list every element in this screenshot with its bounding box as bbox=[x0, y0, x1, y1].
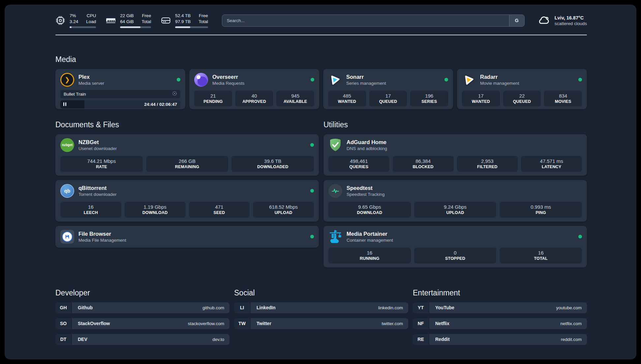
dashboard-page: 7% 3.24 CPU Load bbox=[5, 5, 636, 359]
status-dot bbox=[310, 143, 314, 147]
qbittorrent-icon: qb bbox=[60, 184, 74, 198]
plex-icon: ❯ bbox=[60, 73, 74, 87]
portainer-icon bbox=[328, 230, 342, 244]
ram-free-value: 22 GiB bbox=[120, 13, 134, 19]
stat-leech: 16LEECH bbox=[60, 202, 121, 218]
app-card-nzbget[interactable]: nzbget NZBGet Usenet downloader 744.21 M… bbox=[55, 134, 319, 176]
stat-upload: 618.52 MbpsUPLOAD bbox=[253, 202, 314, 218]
app-card-overseerr[interactable]: Overseerr Media Requests 21PENDING 40APP… bbox=[189, 69, 319, 109]
ram-progress-fill bbox=[120, 26, 140, 28]
app-card-speedtest[interactable]: Speedtest Speedtest Tracking 9.65 GbpsDO… bbox=[323, 180, 587, 222]
bookmark-name: YouTube bbox=[435, 305, 454, 310]
ram-icon bbox=[106, 17, 116, 24]
stat-running: 16RUNNING bbox=[328, 248, 411, 263]
cpu-progress-fill bbox=[70, 26, 72, 28]
bookmark-group-developer: Developer GH Githubgithub.com SO StackOv… bbox=[55, 288, 229, 350]
bookmark-twitter[interactable]: TW Twittertwitter.com bbox=[234, 318, 408, 329]
sonarr-icon bbox=[328, 73, 342, 87]
app-card-qbittorrent[interactable]: qb qBittorrent Torrent downloader 16LEEC… bbox=[55, 180, 319, 222]
header-divider bbox=[55, 35, 587, 35]
app-card-radarr[interactable]: Radarr Movie management 17WANTED 22QUEUE… bbox=[457, 69, 587, 109]
stat-queued: 22QUEUED bbox=[503, 91, 541, 106]
bookmark-url: twitter.com bbox=[382, 321, 403, 326]
bookmark-netflix[interactable]: NF Netflixnetflix.com bbox=[413, 318, 587, 329]
app-card-adguard[interactable]: AdGuard Home DNS and adblocking 498,461Q… bbox=[323, 134, 587, 176]
section-title-documents: Documents & Files bbox=[55, 120, 319, 129]
stat-series: 196SERIES bbox=[410, 91, 448, 106]
app-card-filebrowser[interactable]: File Browser Media File Management bbox=[55, 226, 319, 248]
stat-download: 1.19 GbpsDOWNLOAD bbox=[125, 202, 186, 218]
now-playing-title: Bullet Train bbox=[64, 92, 86, 97]
bookmark-stackoverflow[interactable]: SO StackOverflowstackoverflow.com bbox=[55, 318, 229, 329]
search-input[interactable] bbox=[222, 15, 509, 26]
app-name-portainer: Media Portainer bbox=[347, 231, 393, 237]
app-name-filebrowser: File Browser bbox=[78, 231, 126, 237]
search-engine-button[interactable]: G bbox=[509, 15, 524, 26]
stat-wanted: 17WANTED bbox=[462, 91, 500, 106]
status-dot bbox=[444, 78, 448, 81]
app-desc-radarr: Movie management bbox=[480, 81, 519, 86]
window-frame: 7% 3.24 CPU Load bbox=[0, 0, 641, 364]
section-utilities: Utilities AdGuard Home DNS and adblockin… bbox=[323, 120, 587, 267]
plex-chevron-glyph: ❯ bbox=[65, 76, 70, 83]
stat-movies: 834MOVIES bbox=[544, 91, 582, 106]
app-name-sonarr: Sonarr bbox=[346, 74, 386, 80]
cpu-load-value: 3.24 bbox=[70, 19, 78, 25]
weather-condition: scattered clouds bbox=[555, 21, 587, 26]
stat-seed: 471SEED bbox=[189, 202, 250, 218]
disk-metric: 52.4 TB 97.9 TB Free Total bbox=[161, 13, 208, 28]
app-card-portainer[interactable]: Media Portainer Container management 16R… bbox=[323, 226, 587, 267]
weather-location: Lviv, 16.87°C bbox=[555, 15, 587, 20]
app-name-speedtest: Speedtest bbox=[347, 185, 385, 191]
app-name-radarr: Radarr bbox=[480, 74, 519, 80]
bookmark-group-entertainment: Entertainment YT YouTubeyoutube.com NF N… bbox=[413, 288, 587, 350]
section-documents: Documents & Files nzbget NZBGet Usenet d… bbox=[55, 120, 319, 267]
section-media: Media ❯ Plex Media server Bullet Train bbox=[55, 55, 587, 109]
adguard-icon bbox=[328, 138, 342, 152]
bookmark-url: stackoverflow.com bbox=[188, 321, 224, 326]
stat-upload: 9.24 GbpsUPLOAD bbox=[414, 202, 497, 218]
app-card-plex[interactable]: ❯ Plex Media server Bullet Train bbox=[55, 69, 185, 109]
status-dot bbox=[310, 189, 314, 193]
bookmark-github[interactable]: GH Githubgithub.com bbox=[55, 302, 229, 313]
bookmark-linkedin[interactable]: LI LinkedInlinkedin.com bbox=[234, 302, 408, 313]
bookmark-name: Netflix bbox=[435, 321, 449, 326]
bookmark-abbr: DT bbox=[55, 334, 71, 345]
nzbget-logo-text: nzbget bbox=[62, 143, 73, 147]
status-dot bbox=[310, 235, 314, 238]
section-title-entertainment: Entertainment bbox=[413, 288, 587, 297]
cpu-label: CPU bbox=[86, 13, 96, 19]
app-name-overseerr: Overseerr bbox=[212, 74, 245, 80]
bookmark-reddit[interactable]: RE Redditreddit.com bbox=[413, 334, 587, 345]
bookmark-name: StackOverflow bbox=[78, 321, 110, 326]
nzbget-icon: nzbget bbox=[60, 138, 74, 152]
bookmark-url: netflix.com bbox=[560, 321, 582, 326]
section-title-developer: Developer bbox=[55, 288, 229, 297]
bookmark-abbr: NF bbox=[413, 318, 429, 329]
bookmark-url: reddit.com bbox=[561, 337, 582, 342]
bookmark-name: LinkedIn bbox=[257, 305, 276, 310]
disk-progress-bar bbox=[175, 26, 208, 28]
app-desc-nzbget: Usenet downloader bbox=[78, 146, 117, 151]
app-card-sonarr[interactable]: Sonarr Series management 485WANTED 17QUE… bbox=[323, 69, 453, 109]
stat-stopped: 0STOPPED bbox=[414, 248, 497, 263]
stat-total: 16TOTAL bbox=[500, 248, 582, 263]
stat-pending: 21PENDING bbox=[194, 91, 232, 106]
app-desc-plex: Media server bbox=[78, 81, 104, 86]
stat-remaining: 266 GBREMAINING bbox=[146, 156, 229, 172]
status-dot bbox=[177, 78, 180, 81]
pause-icon[interactable] bbox=[63, 103, 66, 106]
cpu-progress-bar bbox=[70, 26, 96, 28]
section-title-social: Social bbox=[234, 288, 408, 297]
cpu-metric: 7% 3.24 CPU Load bbox=[55, 13, 96, 28]
section-title-media: Media bbox=[55, 55, 587, 64]
disk-free-value: 52.4 TB bbox=[175, 13, 191, 19]
bookmark-dev[interactable]: DT DEVdev.to bbox=[55, 334, 229, 345]
search-bar: G bbox=[222, 15, 525, 27]
bookmark-abbr: YT bbox=[413, 302, 429, 313]
bookmark-youtube[interactable]: YT YouTubeyoutube.com bbox=[413, 302, 587, 313]
ram-metric: 22 GiB 64 GiB Free Total bbox=[106, 13, 151, 28]
section-title-utilities: Utilities bbox=[323, 120, 587, 129]
player-progress-bar[interactable]: 24:44 / 02:06:47 bbox=[60, 100, 180, 108]
load-label: Load bbox=[86, 19, 96, 25]
